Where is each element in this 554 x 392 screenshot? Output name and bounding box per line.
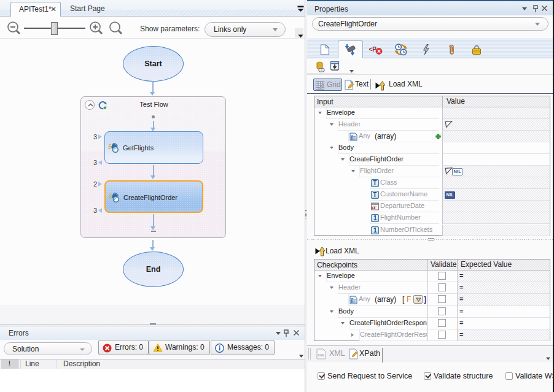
svg-text:<P: <P — [369, 45, 376, 52]
svg-text:T: T — [373, 180, 376, 186]
svg-text:1: 1 — [373, 227, 377, 234]
svg-text:XML: XML — [318, 353, 326, 357]
svg-text:1: 1 — [373, 215, 377, 221]
svg-text:T: T — [373, 191, 376, 198]
